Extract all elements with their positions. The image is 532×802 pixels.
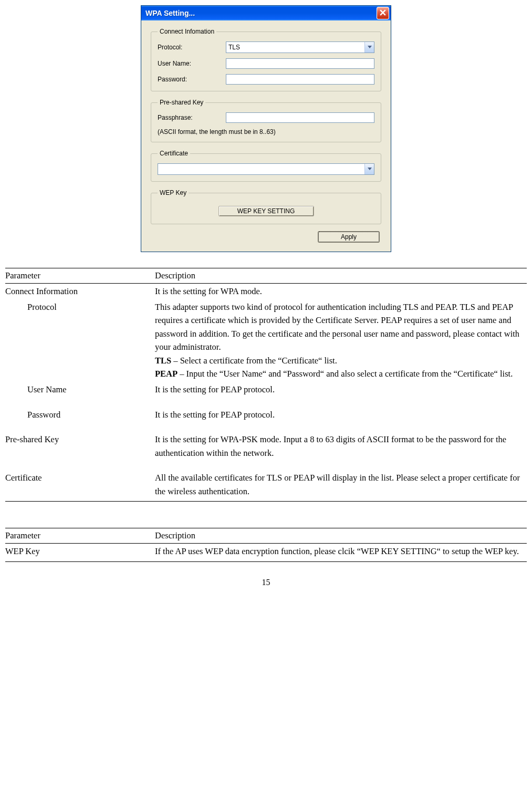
header-description: Description: [155, 268, 527, 284]
psk-group: Pre-shared Key Passphrase: (ASCII format…: [151, 99, 381, 142]
certificate-group: Certificate: [151, 150, 381, 182]
close-button[interactable]: [377, 7, 389, 19]
param-connect-info: Connect Information: [5, 284, 155, 299]
page-number: 15: [5, 578, 527, 587]
param-protocol: Protocol: [5, 300, 57, 314]
desc-psk: It is the setting for WPA-PSK mode. Inpu…: [155, 432, 527, 461]
wep-group: WEP Key WEP KEY SETTING: [151, 189, 381, 224]
psk-legend: Pre-shared Key: [158, 99, 205, 106]
username-label: User Name:: [158, 60, 226, 67]
param-psk: Pre-shared Key: [5, 432, 155, 461]
desc-wep: If the AP uses WEP data encryption funct…: [155, 544, 527, 562]
titlebar: WPA Setting...: [141, 6, 391, 20]
password-input[interactable]: [226, 74, 374, 85]
table-row: WEP Key If the AP uses WEP data encrypti…: [5, 544, 527, 562]
param-cert: Certificate: [5, 470, 155, 502]
passphrase-label: Passphrase:: [158, 114, 226, 121]
desc-tls-bold: TLS: [155, 356, 171, 366]
passphrase-hint: (ASCII format, the length must be in 8..…: [158, 128, 374, 136]
passphrase-input[interactable]: [226, 112, 374, 123]
table-row: Protocol This adapter supports two kind …: [5, 299, 527, 382]
table-row: Pre-shared Key It is the setting for WPA…: [5, 432, 527, 461]
close-icon: [380, 9, 386, 17]
wep-legend: WEP Key: [158, 189, 189, 196]
certificate-legend: Certificate: [158, 150, 190, 157]
protocol-value: TLS: [226, 44, 364, 51]
desc-tls-text: – Select a certificate from the “Certifi…: [171, 356, 337, 366]
chevron-down-icon: [364, 164, 374, 174]
apply-button[interactable]: Apply: [318, 232, 379, 242]
param-password: Password: [5, 408, 60, 422]
header-description-2: Description: [155, 528, 527, 544]
desc-password: It is the setting for PEAP protocol.: [155, 407, 527, 423]
protocol-select[interactable]: TLS: [226, 41, 374, 53]
header-parameter: Parameter: [5, 268, 155, 284]
desc-cert: All the available certificates for TLS o…: [155, 470, 527, 502]
desc-username: It is the setting for PEAP protocol.: [155, 382, 527, 398]
table-row: [5, 398, 527, 407]
table-row: Password It is the setting for PEAP prot…: [5, 407, 527, 423]
table-row: User Name It is the setting for PEAP pro…: [5, 382, 527, 398]
username-input[interactable]: [226, 58, 374, 69]
table-row: [5, 461, 527, 470]
wep-key-setting-button[interactable]: WEP KEY SETTING: [218, 206, 314, 216]
password-label: Password:: [158, 76, 226, 83]
desc-peap-bold: PEAP: [155, 369, 178, 379]
table-row: Certificate All the available certificat…: [5, 470, 527, 502]
chevron-down-icon: [364, 42, 374, 53]
desc-protocol: This adapter supports two kind of protoc…: [155, 302, 519, 352]
parameter-table-2: Parameter Description WEP Key If the AP …: [5, 528, 527, 562]
connect-information-legend: Connect Infomation: [158, 28, 216, 35]
wpa-setting-dialog: WPA Setting... Connect Infomation Protoc…: [141, 5, 391, 252]
certificate-select[interactable]: [158, 163, 374, 175]
desc-peap-text: – Input the “User Name“ and “Password“ a…: [178, 369, 513, 379]
param-wep: WEP Key: [5, 544, 155, 562]
table-row: [5, 422, 527, 432]
table-row: Connect Information It is the setting fo…: [5, 284, 527, 299]
desc-connect-info: It is the setting for WPA mode.: [155, 284, 527, 299]
connect-information-group: Connect Infomation Protocol: TLS User Na…: [151, 28, 381, 91]
protocol-label: Protocol:: [158, 44, 226, 51]
window-title: WPA Setting...: [145, 9, 195, 17]
parameter-table-1: Parameter Description Connect Informatio…: [5, 268, 527, 502]
param-username: User Name: [5, 383, 67, 397]
header-parameter-2: Parameter: [5, 528, 155, 544]
